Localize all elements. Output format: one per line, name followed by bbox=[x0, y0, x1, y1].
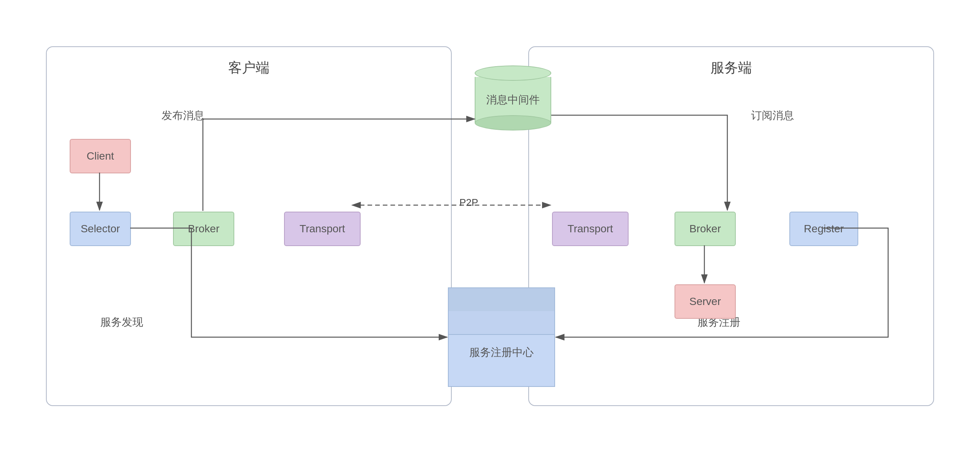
registry-wrapper: 服务注册中心 bbox=[448, 287, 555, 387]
client-panel-label: 客户端 bbox=[228, 59, 270, 77]
cylinder-top bbox=[475, 65, 551, 81]
p2p-label: P2P bbox=[459, 197, 478, 209]
middleware-cylinder: 消息中间件 bbox=[475, 65, 551, 130]
client-panel: 客户端 发布消息 服务发现 Client Selector Broker Tra… bbox=[46, 46, 452, 406]
register-box: Register bbox=[789, 212, 858, 246]
server-panel: 服务端 订阅消息 服务注册 Transport Broker Register … bbox=[528, 46, 934, 406]
server-transport-box: Transport bbox=[552, 212, 629, 246]
server-panel-label: 服务端 bbox=[710, 59, 752, 77]
cylinder-bottom bbox=[475, 115, 551, 130]
client-transport-box: Transport bbox=[284, 212, 361, 246]
client-broker-box: Broker bbox=[173, 212, 234, 246]
diagram-container: 客户端 发布消息 服务发现 Client Selector Broker Tra… bbox=[31, 23, 949, 437]
server-broker-box: Broker bbox=[675, 212, 736, 246]
client-selector-box: Selector bbox=[70, 212, 131, 246]
publish-label: 发布消息 bbox=[162, 108, 204, 123]
subscribe-label: 订阅消息 bbox=[751, 108, 794, 123]
server-box: Server bbox=[675, 284, 736, 319]
registry-box: 服务注册中心 bbox=[448, 287, 555, 387]
client-box: Client bbox=[70, 139, 131, 173]
discovery-label: 服务发现 bbox=[100, 315, 143, 330]
